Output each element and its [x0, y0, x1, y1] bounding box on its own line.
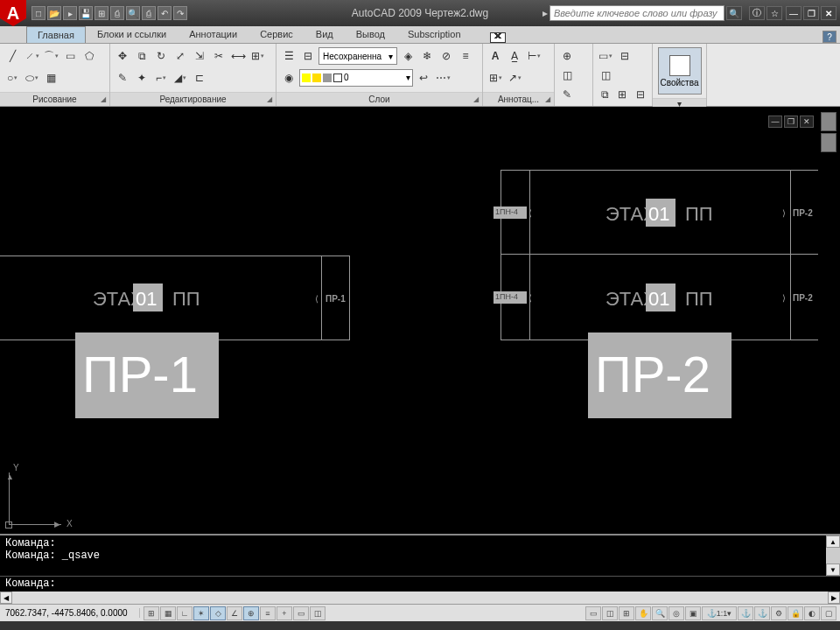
rect-icon[interactable]: ▭	[61, 47, 79, 65]
layer-more-icon[interactable]: ⋯	[434, 69, 452, 87]
layer-state-combo[interactable]: Несохраненна▾	[318, 47, 397, 65]
mirror-icon[interactable]: ⟷	[229, 47, 247, 65]
hscroll-track[interactable]	[12, 592, 828, 604]
rotate-icon[interactable]: ↻	[152, 47, 170, 65]
annoauto-icon[interactable]: ⚓	[754, 606, 770, 620]
offset-icon[interactable]: ⊏	[191, 69, 208, 87]
polar-icon[interactable]: ✶	[193, 606, 209, 620]
polygon-icon[interactable]: ⬠	[80, 47, 98, 65]
scroll-up-icon[interactable]: ▲	[826, 536, 840, 548]
tab-view[interactable]: Вид	[304, 25, 345, 43]
search-go-icon[interactable]: 🔍	[726, 6, 742, 20]
print-icon[interactable]: ⎙	[142, 6, 156, 20]
layout-icon[interactable]: ◫	[310, 606, 326, 620]
cmd-hscroll[interactable]: ◀ ▶	[0, 592, 840, 604]
layer-prev-icon[interactable]: ↩	[415, 69, 432, 87]
redo-icon[interactable]: ↷	[173, 6, 187, 20]
layer-combo[interactable]: 0 ▾	[299, 69, 413, 87]
edit-block-icon[interactable]: ✎	[558, 86, 576, 103]
create-icon[interactable]: ◫	[558, 66, 576, 84]
copy-icon[interactable]: ⧉	[133, 47, 150, 65]
scroll-down-icon[interactable]: ▼	[826, 564, 840, 576]
star-icon[interactable]: ☆	[766, 6, 782, 20]
annoscale-combo[interactable]: ⚓1:1▾	[702, 606, 737, 620]
tab-service[interactable]: Сервис	[248, 25, 304, 43]
dim-icon[interactable]: ⊢	[525, 47, 542, 65]
osnap-icon[interactable]: ◇	[210, 606, 226, 620]
ws-icon[interactable]: ⚙	[771, 606, 787, 620]
wheel-icon[interactable]: ◎	[668, 606, 684, 620]
table-icon[interactable]: ⊞	[486, 69, 504, 87]
layer-manager-icon[interactable]: ◉	[280, 69, 298, 87]
minimize-button[interactable]: —	[786, 6, 802, 20]
circle-icon[interactable]: ○	[4, 69, 21, 87]
polyline-icon[interactable]: ⟋	[23, 47, 40, 65]
ortho-icon[interactable]: ∟	[177, 606, 192, 620]
toolbar-lock-icon[interactable]: 🔒	[788, 606, 803, 620]
mail-icon[interactable]	[490, 32, 506, 43]
leader-icon[interactable]: ↗	[506, 69, 523, 87]
save-icon[interactable]: 💾	[79, 6, 93, 20]
qv-drawings-icon[interactable]: ⊞	[619, 606, 634, 620]
ellipse-icon[interactable]: ⬭	[23, 69, 40, 87]
saveall-icon[interactable]: ⊞	[94, 6, 108, 20]
otrack-icon[interactable]: ∠	[227, 606, 242, 620]
move-icon[interactable]: ✥	[114, 47, 131, 65]
showmotion-icon[interactable]: ▣	[685, 606, 701, 620]
tab-output[interactable]: Вывод	[345, 25, 396, 43]
fillet-icon[interactable]: ⌐	[152, 69, 170, 87]
text-icon[interactable]: A	[486, 47, 504, 65]
tab-blocks[interactable]: Блоки и ссылки	[86, 25, 178, 43]
layer-iso-icon[interactable]: ◈	[399, 47, 416, 65]
qs-icon[interactable]: +	[276, 606, 292, 620]
tab-annotations[interactable]: Аннотации	[178, 25, 248, 43]
grid-icon[interactable]: ▦	[160, 606, 176, 620]
viewport-icon[interactable]: ▭	[597, 47, 614, 65]
erase-icon[interactable]: ✎	[114, 69, 131, 87]
tab-subscription[interactable]: Subscription	[396, 25, 472, 43]
open-icon[interactable]: 📂	[47, 6, 61, 20]
canvas[interactable]: ЭТАЖ 01 ПП ПР-1 ⟨ ПР-1 1ПН-4 ⟨ ЭТАЖ 01 П…	[0, 107, 840, 534]
hatch-icon[interactable]: ▦	[42, 69, 60, 87]
tile-h-icon[interactable]: ⊟	[616, 47, 634, 65]
trim-icon[interactable]: ✂	[210, 47, 228, 65]
drawing-area[interactable]: — ❐ ✕ ЭТАЖ 01 ПП ПР-1 ⟨ ПР-1 1ПН-4 ⟨ ЭТА…	[0, 107, 840, 534]
help-button[interactable]: ?	[822, 31, 836, 43]
layer-match-icon[interactable]: ≡	[457, 47, 474, 65]
lwt-icon[interactable]: ≡	[260, 606, 276, 620]
stretch-icon[interactable]: ⇲	[191, 47, 208, 65]
snap-icon[interactable]: ⊞	[144, 606, 159, 620]
mtext-icon[interactable]: A̲	[506, 47, 523, 65]
vp3-icon[interactable]: ⊟	[633, 86, 648, 103]
chamfer-icon[interactable]: ◢	[172, 69, 189, 87]
layer-freeze-icon[interactable]: ❄	[418, 47, 436, 65]
open2-icon[interactable]: ▸	[63, 6, 77, 20]
plot-icon[interactable]: ⎙	[110, 6, 124, 20]
qv-layouts-icon[interactable]: ◫	[602, 606, 618, 620]
vp2-icon[interactable]: ⊞	[614, 86, 630, 103]
insert-icon[interactable]: ⊕	[558, 47, 576, 65]
maximize-button[interactable]: ❐	[803, 6, 819, 20]
scroll-left-icon[interactable]: ◀	[0, 592, 12, 604]
layer-off-icon[interactable]: ⊘	[438, 47, 455, 65]
zoom-icon[interactable]: 🔍	[652, 606, 668, 620]
scroll-right-icon[interactable]: ▶	[828, 592, 840, 604]
new-icon[interactable]: □	[32, 6, 46, 20]
model-toggle-icon[interactable]: ▭	[585, 606, 601, 620]
command-prompt[interactable]: Команда:	[0, 577, 840, 592]
explode-icon[interactable]: ✦	[133, 69, 150, 87]
info-icon[interactable]: ⓘ	[749, 6, 765, 20]
pan-icon[interactable]: ✋	[635, 606, 651, 620]
app-logo[interactable]: A	[0, 0, 26, 26]
clean-screen-icon[interactable]: ▢	[821, 606, 836, 620]
hw-accel-icon[interactable]: ◐	[804, 606, 820, 620]
close-button[interactable]: ✕	[821, 6, 836, 20]
scroll-track[interactable]	[826, 548, 840, 564]
layer-props-icon[interactable]: ☰	[280, 47, 298, 65]
model-icon[interactable]: ▭	[293, 606, 309, 620]
search-chevron-icon[interactable]: ▸	[542, 7, 548, 19]
array-icon[interactable]: ⊞	[248, 47, 266, 65]
cmd-vscroll[interactable]: ▲ ▼	[826, 536, 840, 576]
coords-display[interactable]: 7062.7347, -4475.8406, 0.0000	[0, 608, 140, 618]
tab-home[interactable]: Главная	[26, 26, 86, 43]
